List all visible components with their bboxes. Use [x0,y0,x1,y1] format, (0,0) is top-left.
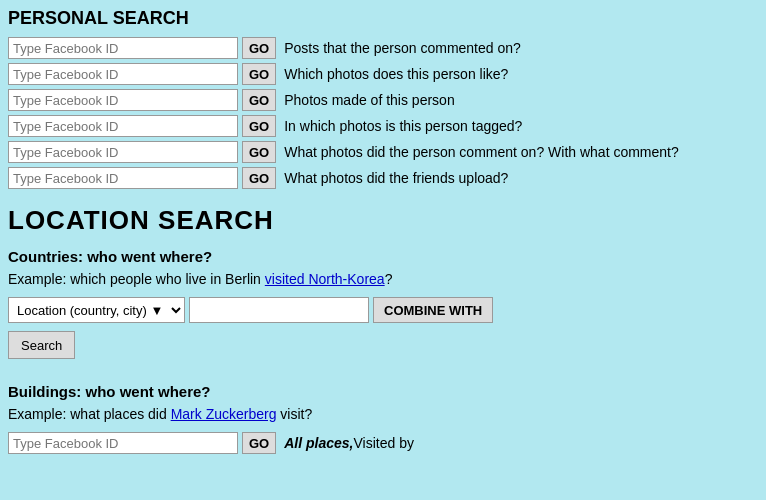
buildings-example-suffix: visit? [276,406,312,422]
personal-search-row-5: GO What photos did the friends upload? [8,167,758,189]
buildings-example: Example: what places did Mark Zuckerberg… [8,406,758,422]
row-description-4: What photos did the person comment on? W… [284,144,679,160]
buildings-subsection: Buildings: who went where? Example: what… [8,383,758,454]
personal-search-section: PERSONAL SEARCH GO Posts that the person… [8,8,758,189]
location-search-title: LOCATION SEARCH [8,205,758,236]
facebook-id-input-2[interactable] [8,89,238,111]
go-button-5[interactable]: GO [242,167,276,189]
personal-search-row-4: GO What photos did the person comment on… [8,141,758,163]
visited-northkorea-link[interactable]: visited North-Korea [265,271,385,287]
go-button-2[interactable]: GO [242,89,276,111]
location-select[interactable]: Location (country, city) ▼ [8,297,185,323]
buildings-result-italic: All places, [284,435,353,451]
facebook-id-input-1[interactable] [8,63,238,85]
facebook-id-input-0[interactable] [8,37,238,59]
combine-with-button[interactable]: COMBINE WITH [373,297,493,323]
personal-search-row-3: GO In which photos is this person tagged… [8,115,758,137]
countries-example-suffix: ? [385,271,393,287]
row-description-5: What photos did the friends upload? [284,170,508,186]
row-description-1: Which photos does this person like? [284,66,508,82]
buildings-title: Buildings: who went where? [8,383,758,400]
personal-search-title: PERSONAL SEARCH [8,8,758,29]
row-description-0: Posts that the person commented on? [284,40,521,56]
facebook-id-input-5[interactable] [8,167,238,189]
location-controls: Location (country, city) ▼ COMBINE WITH [8,297,758,323]
buildings-search-row: GO All places, Visited by [8,432,758,454]
personal-search-row-0: GO Posts that the person commented on? [8,37,758,59]
countries-example: Example: which people who live in Berlin… [8,271,758,287]
location-search-section: LOCATION SEARCH Countries: who went wher… [8,205,758,454]
go-button-4[interactable]: GO [242,141,276,163]
countries-title: Countries: who went where? [8,248,758,265]
go-button-0[interactable]: GO [242,37,276,59]
countries-example-prefix: Example: which people who live in Berlin [8,271,265,287]
go-button-3[interactable]: GO [242,115,276,137]
buildings-go-button[interactable]: GO [242,432,276,454]
buildings-result-text: Visited by [354,435,414,451]
buildings-example-prefix: Example: what places did [8,406,171,422]
location-text-input[interactable] [189,297,369,323]
facebook-id-input-3[interactable] [8,115,238,137]
countries-subsection: Countries: who went where? Example: whic… [8,248,758,375]
go-button-1[interactable]: GO [242,63,276,85]
row-description-3: In which photos is this person tagged? [284,118,522,134]
row-description-2: Photos made of this person [284,92,454,108]
mark-zuckerberg-link[interactable]: Mark Zuckerberg [171,406,277,422]
facebook-id-input-4[interactable] [8,141,238,163]
personal-search-row-1: GO Which photos does this person like? [8,63,758,85]
search-button[interactable]: Search [8,331,75,359]
buildings-facebook-id-input[interactable] [8,432,238,454]
personal-search-row-2: GO Photos made of this person [8,89,758,111]
